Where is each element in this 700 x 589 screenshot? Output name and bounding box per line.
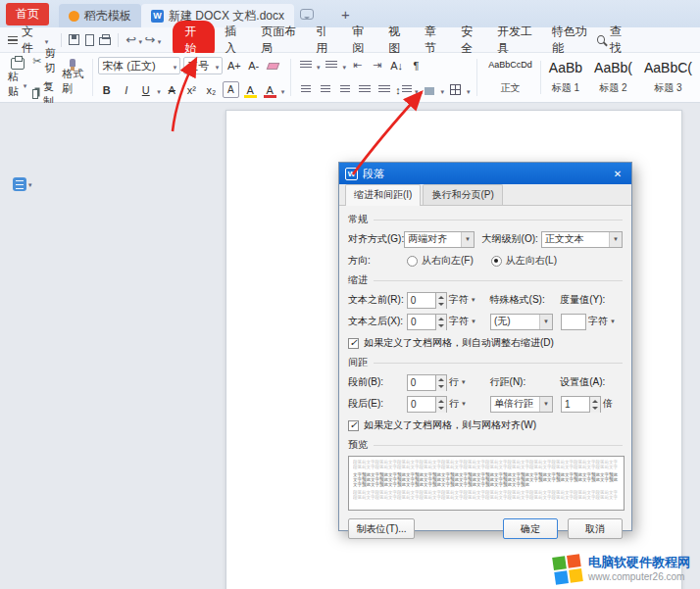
find-button[interactable]: 查找 bbox=[597, 24, 629, 57]
space-after-value[interactable]: 0 bbox=[407, 396, 436, 413]
radio-left-to-right[interactable]: 从左向右(L) bbox=[491, 254, 557, 268]
cut-button[interactable]: 剪切 bbox=[32, 46, 56, 75]
bullets-button[interactable] bbox=[297, 57, 314, 74]
spin-down-icon[interactable] bbox=[436, 405, 446, 413]
message-bubble-icon[interactable] bbox=[300, 9, 314, 20]
line-spacing-button[interactable]: ↕ bbox=[395, 81, 412, 98]
shading-button[interactable] bbox=[422, 81, 438, 98]
cancel-button[interactable]: 取消 bbox=[568, 518, 623, 539]
set-value-spinner[interactable]: 1 bbox=[561, 396, 601, 413]
decrease-indent-button[interactable] bbox=[349, 57, 366, 74]
style-heading2[interactable]: AaBb( 标题 2 bbox=[588, 57, 638, 98]
style-heading3[interactable]: AaBbC( 标题 3 bbox=[638, 57, 698, 98]
checkbox-checked-icon[interactable] bbox=[348, 338, 359, 349]
spin-up-icon[interactable] bbox=[590, 397, 600, 405]
home-page-button[interactable]: 首页 bbox=[6, 3, 49, 25]
style-normal[interactable]: AaBbCcDd 正文 bbox=[482, 57, 538, 98]
space-after-spinner[interactable]: 0 bbox=[407, 396, 447, 413]
tabs-button[interactable]: 制表位(T)... bbox=[348, 518, 415, 539]
spin-up-icon[interactable] bbox=[436, 397, 446, 405]
measure-input[interactable] bbox=[561, 314, 586, 330]
set-value[interactable]: 1 bbox=[561, 396, 590, 413]
export-button[interactable] bbox=[82, 31, 98, 49]
spin-down-icon[interactable] bbox=[590, 405, 600, 413]
underline-button[interactable]: U bbox=[137, 81, 154, 98]
undo-button[interactable] bbox=[124, 31, 139, 49]
tab-template[interactable]: 稻壳模板 bbox=[59, 4, 141, 27]
spin-up-icon[interactable] bbox=[436, 375, 446, 383]
align-right-button[interactable] bbox=[336, 81, 353, 98]
char-border-button[interactable]: A bbox=[223, 81, 239, 98]
highlight-color-button[interactable]: A bbox=[242, 81, 259, 98]
font-color-dropdown-icon[interactable] bbox=[281, 84, 285, 96]
show-marks-button[interactable]: ¶ bbox=[408, 57, 425, 74]
indent-before-spinner[interactable]: 0 bbox=[407, 292, 447, 309]
line-spacing-select[interactable]: 单倍行距 bbox=[490, 396, 553, 413]
line-spacing-dropdown-icon[interactable] bbox=[415, 84, 419, 96]
bold-button[interactable]: B bbox=[98, 81, 115, 98]
tab-indent-and-spacing[interactable]: 缩进和间距(I) bbox=[345, 184, 421, 206]
font-color-button[interactable]: A bbox=[262, 81, 278, 98]
borders-button[interactable] bbox=[447, 81, 464, 98]
spacing-grid-checkbox-row[interactable]: 如果定义了文档网格，则与网格对齐(W) bbox=[348, 417, 623, 434]
dialog-titlebar[interactable]: 段落 bbox=[339, 163, 631, 184]
style-heading1[interactable]: AaBb 标题 1 bbox=[543, 57, 588, 98]
close-icon[interactable] bbox=[610, 168, 625, 179]
tab-line-and-page-breaks[interactable]: 换行和分页(P) bbox=[423, 184, 502, 205]
subscript-button[interactable]: x₂ bbox=[203, 81, 220, 98]
grow-font-button[interactable]: A+ bbox=[225, 58, 242, 74]
underline-dropdown-icon[interactable] bbox=[157, 84, 161, 96]
font-size-select[interactable]: 三号 bbox=[183, 57, 223, 74]
indent-after-spinner[interactable]: 0 bbox=[407, 314, 447, 330]
group-preview-label: 预览 bbox=[348, 438, 368, 452]
redo-button[interactable] bbox=[142, 31, 158, 49]
indent-after-value[interactable]: 0 bbox=[407, 314, 436, 330]
font-name-select[interactable]: 宋体 (正文) bbox=[98, 57, 180, 74]
distribute-button[interactable] bbox=[375, 81, 392, 98]
spin-up-icon[interactable] bbox=[436, 315, 446, 322]
indent-grid-checkbox-row[interactable]: 如果定义了文档网格，则自动调整右缩进(D) bbox=[348, 334, 623, 352]
numbering-dropdown-icon[interactable] bbox=[343, 60, 347, 72]
indent-before-value[interactable]: 0 bbox=[407, 292, 436, 309]
shrink-font-button[interactable]: A- bbox=[245, 58, 262, 74]
numbering-button[interactable] bbox=[324, 57, 340, 74]
paste-button[interactable]: 粘贴 bbox=[8, 56, 26, 99]
alignment-select[interactable]: 两端对齐 bbox=[404, 231, 475, 248]
increase-indent-button[interactable] bbox=[369, 57, 385, 74]
spin-up-icon[interactable] bbox=[436, 293, 446, 301]
spin-down-icon[interactable] bbox=[436, 322, 446, 330]
justify-button[interactable] bbox=[356, 81, 373, 98]
strikethrough-button[interactable]: A bbox=[164, 81, 180, 98]
align-center-button[interactable] bbox=[317, 81, 333, 98]
shading-dropdown-icon[interactable] bbox=[441, 84, 445, 96]
ok-button[interactable]: 确定 bbox=[503, 518, 558, 539]
space-before-value[interactable]: 0 bbox=[407, 374, 436, 391]
indent-after-unit-select[interactable]: 字符 bbox=[449, 315, 482, 328]
superscript-button[interactable]: x² bbox=[183, 81, 200, 98]
special-format-select[interactable]: (无) bbox=[490, 314, 553, 330]
borders-dropdown-icon[interactable] bbox=[467, 84, 471, 96]
outline-level-select[interactable]: 正文文本 bbox=[541, 231, 623, 248]
space-after-unit-select[interactable]: 行 bbox=[449, 397, 482, 411]
clear-format-button[interactable] bbox=[265, 58, 281, 74]
radio-right-to-left[interactable]: 从右向左(F) bbox=[407, 254, 474, 268]
align-left-button[interactable] bbox=[297, 81, 314, 98]
format-painter-button[interactable]: 格式刷 bbox=[62, 56, 83, 99]
sort-button[interactable]: A↓ bbox=[388, 57, 405, 74]
indent-before-unit-select[interactable]: 字符 bbox=[449, 293, 482, 307]
measure-unit-select[interactable]: 字符 bbox=[588, 315, 622, 328]
space-before-spinner[interactable]: 0 bbox=[407, 374, 447, 391]
bullets-dropdown-icon[interactable] bbox=[317, 60, 321, 72]
layout-tool-icon bbox=[13, 177, 26, 191]
save-button[interactable] bbox=[67, 31, 82, 49]
italic-button[interactable]: I bbox=[118, 81, 134, 98]
divider bbox=[92, 59, 93, 96]
clipboard-group: 粘贴 剪切 复制 格式刷 bbox=[0, 53, 88, 102]
spin-down-icon[interactable] bbox=[436, 383, 446, 391]
redo-dropdown-icon[interactable] bbox=[158, 33, 162, 47]
space-before-unit-select[interactable]: 行 bbox=[449, 375, 482, 389]
spin-down-icon[interactable] bbox=[436, 301, 446, 309]
print-button[interactable] bbox=[97, 31, 113, 49]
layout-tool-button[interactable] bbox=[13, 173, 32, 191]
checkbox-checked-icon[interactable] bbox=[348, 420, 359, 431]
